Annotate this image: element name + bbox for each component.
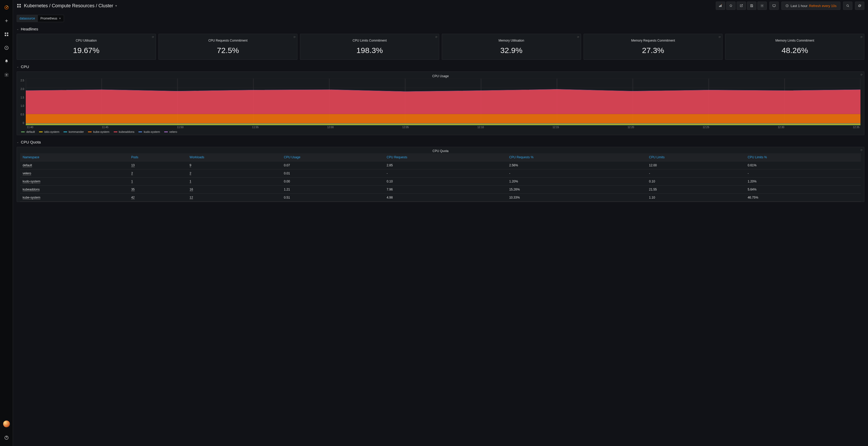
dashboard-title[interactable]: Kubernetes / Compute Resources / Cluster… [24, 3, 117, 8]
cpu-area-chart [26, 78, 861, 125]
table-header-row: NamespacePodsWorkloadsCPU UsageCPU Reque… [20, 153, 861, 162]
legend-item[interactable]: kommander [63, 130, 84, 133]
bell-icon [4, 59, 9, 64]
stat-panel-4[interactable]: ⟳Memory Requests Commitment27.3% [584, 34, 723, 60]
legend-item[interactable]: kubeaddons [114, 130, 134, 133]
cpu-plot[interactable] [26, 78, 861, 125]
stat-panel-3[interactable]: ⟳Memory Utilisation32.9% [442, 34, 581, 60]
cpu-usage-panel[interactable]: ⟳ CPU Usage 2.52.01.51.00.50 11:4011:451… [17, 71, 864, 135]
drilldown-link[interactable]: 1 [131, 180, 133, 183]
legend-swatch [164, 132, 168, 132]
nav-create[interactable] [1, 15, 12, 26]
cell: 0.10 [384, 177, 506, 185]
drilldown-link[interactable]: 35 [131, 187, 134, 192]
var-datasource-select[interactable]: Prometheus ▼ [37, 15, 64, 22]
drilldown-link[interactable]: velero [23, 172, 31, 175]
legend-swatch [88, 132, 92, 132]
table-row: kube-system42120.514.9810.33%1.1046.75% [20, 194, 861, 202]
settings-button[interactable] [757, 2, 767, 10]
dashboard-scroll[interactable]: datasource Prometheus ▼ ⌄ Headlines ⟳CPU… [13, 12, 868, 446]
nav-explore[interactable] [1, 43, 12, 53]
cell: 15.26% [506, 185, 646, 194]
stat-title: CPU Limits Commitment [352, 39, 386, 42]
grafana-logo[interactable] [1, 2, 12, 12]
legend-item[interactable]: default [21, 130, 35, 133]
svg-rect-2 [5, 33, 6, 34]
drilldown-link[interactable]: 13 [131, 164, 134, 167]
stat-title: Memory Requests Commitment [631, 39, 675, 42]
drilldown-link[interactable]: 1 [190, 180, 191, 183]
add-panel-icon [719, 4, 722, 7]
var-datasource-value: Prometheus [40, 16, 57, 20]
stat-value: 198.3% [356, 46, 383, 55]
row-cpu-toggle[interactable]: ⌄ CPU [17, 64, 864, 69]
drilldown-link[interactable]: 2 [131, 172, 133, 175]
drilldown-link[interactable]: 16 [190, 187, 193, 192]
star-icon [729, 4, 733, 7]
drilldown-link[interactable]: kudo-system [23, 180, 40, 183]
cpu-quota-panel[interactable]: ⟳ CPU Quota NamespacePodsWorkloadsCPU Us… [17, 147, 864, 202]
drilldown-link[interactable]: 42 [131, 196, 134, 200]
main-column: Kubernetes / Compute Resources / Cluster… [13, 0, 868, 446]
svg-rect-14 [720, 5, 721, 7]
star-button[interactable] [726, 2, 736, 10]
row-headlines-toggle[interactable]: ⌄ Headlines [17, 27, 864, 31]
tv-mode-button[interactable] [769, 2, 779, 10]
toolbar-buttons [716, 2, 767, 10]
save-button[interactable] [747, 2, 756, 10]
compass-icon [4, 45, 9, 50]
nav-help[interactable] [1, 433, 12, 443]
nav-alerting[interactable] [1, 56, 12, 67]
share-button[interactable] [737, 2, 746, 10]
legend-item[interactable]: istio-system [39, 130, 59, 133]
stat-value: 32.9% [500, 46, 523, 55]
nav-configuration[interactable] [1, 70, 12, 80]
y-tick: 2.5 [21, 79, 24, 82]
x-tick: 12:35 [853, 126, 860, 129]
stat-panel-1[interactable]: ⟳CPU Requests Commitment72.5% [158, 34, 298, 60]
drilldown-link[interactable]: kubeaddons [23, 187, 39, 192]
panel-loading-icon: ⟳ [435, 36, 437, 38]
cell: 2.56% [506, 162, 646, 169]
cpu-quota-table: NamespacePodsWorkloadsCPU UsageCPU Reque… [20, 153, 861, 202]
table-header[interactable]: Namespace [20, 153, 128, 162]
legend-item[interactable]: velero [164, 130, 177, 133]
stat-value: 19.67% [73, 46, 99, 55]
legend-item[interactable]: kube-system [88, 130, 109, 133]
monitor-icon [772, 4, 776, 7]
zoom-out-button[interactable] [843, 2, 852, 10]
table-header[interactable]: CPU Usage [281, 153, 384, 162]
refresh-button[interactable] [855, 2, 864, 10]
table-header[interactable]: CPU Requests [384, 153, 506, 162]
drilldown-link[interactable]: 2 [190, 172, 191, 175]
drilldown-link[interactable]: default [23, 164, 32, 167]
x-tick: 12:25 [703, 126, 709, 129]
nav-dashboards[interactable] [1, 29, 12, 39]
table-header[interactable]: CPU Limits [646, 153, 745, 162]
user-avatar[interactable] [3, 420, 10, 427]
legend-label: default [26, 130, 35, 133]
table-header[interactable]: Workloads [187, 153, 281, 162]
table-header[interactable]: CPU Limits % [745, 153, 861, 162]
row-cpu-quota-toggle[interactable]: ⌄ CPU Quota [17, 140, 864, 144]
headline-stats-row: ⟳CPU Utilisation19.67%⟳CPU Requests Comm… [17, 34, 864, 60]
dashboard-title-text: Kubernetes / Compute Resources / Cluster [24, 3, 113, 8]
stat-panel-5[interactable]: ⟳Memory Limits Commitment48.26% [725, 34, 864, 60]
drilldown-link[interactable]: 9 [190, 164, 191, 167]
add-panel-button[interactable] [716, 2, 725, 10]
cpu-quota-title: CPU Quota [17, 148, 864, 153]
stat-panel-2[interactable]: ⟳CPU Limits Commitment198.3% [300, 34, 439, 60]
legend-item[interactable]: kudo-system [138, 130, 160, 133]
timepicker-button[interactable]: Last 1 hour Refresh every 10s [781, 2, 840, 10]
drilldown-link[interactable]: kube-system [23, 196, 40, 200]
table-header[interactable]: CPU Requests % [506, 153, 646, 162]
x-tick: 12:30 [778, 126, 784, 129]
svg-point-1 [6, 7, 7, 8]
stat-title: CPU Requests Commitment [209, 39, 248, 42]
stat-title: Memory Utilisation [499, 39, 524, 42]
dashboard-grid-icon[interactable] [17, 3, 21, 8]
stat-panel-0[interactable]: ⟳CPU Utilisation19.67% [17, 34, 156, 60]
table-header[interactable]: Pods [128, 153, 187, 162]
var-datasource-label: datasource [17, 15, 37, 22]
drilldown-link[interactable]: 12 [190, 196, 193, 200]
